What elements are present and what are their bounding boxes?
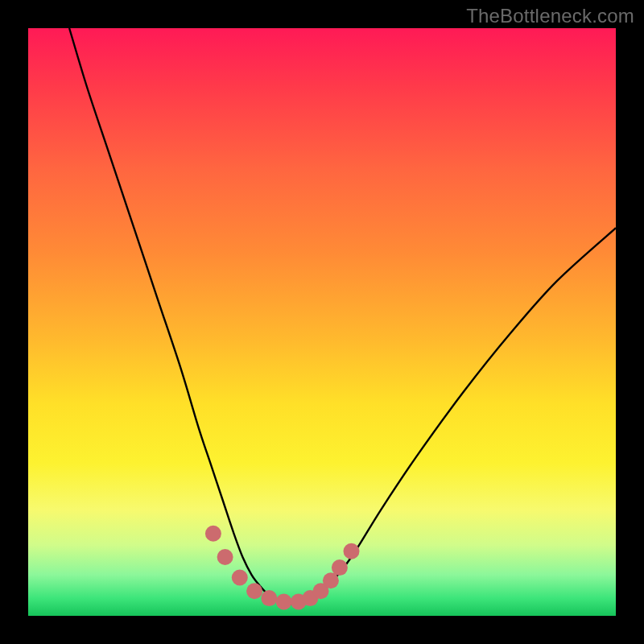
highlight-dot	[261, 590, 277, 606]
highlight-dot	[217, 549, 233, 565]
highlight-dot	[232, 570, 248, 586]
highlight-dots-group	[205, 526, 360, 610]
bottleneck-curve-path	[69, 28, 616, 605]
highlight-dot	[332, 559, 348, 576]
highlight-dot	[246, 583, 262, 599]
highlight-dot	[205, 526, 221, 542]
chart-frame: TheBottleneck.com	[0, 0, 644, 644]
curve-svg	[28, 28, 616, 616]
highlight-dot	[276, 594, 292, 610]
watermark-text: TheBottleneck.com	[466, 5, 634, 27]
highlight-dot	[344, 543, 360, 559]
plot-area	[28, 28, 616, 616]
